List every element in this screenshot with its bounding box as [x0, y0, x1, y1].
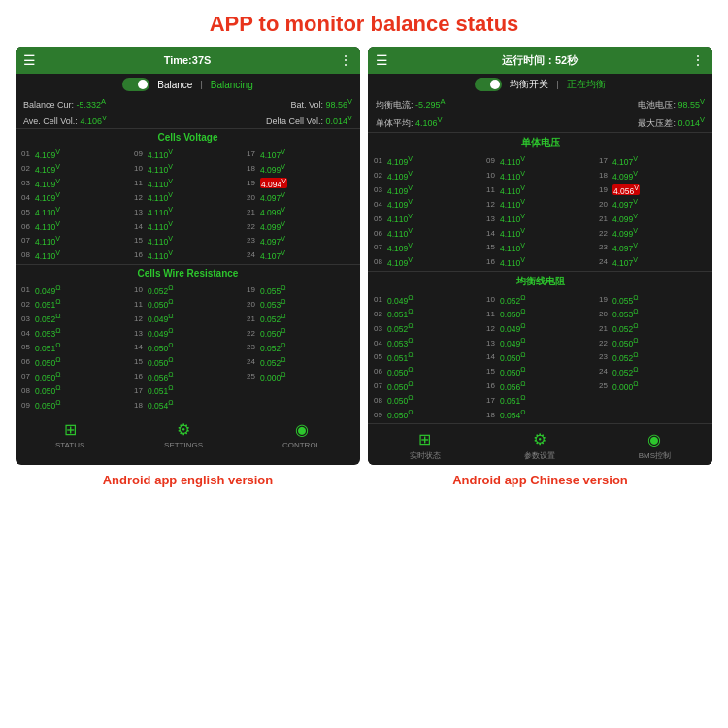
cell-val: 0.053Ω: [35, 327, 61, 339]
cell-num: 19: [599, 185, 611, 194]
cell-num: 03: [21, 314, 33, 323]
hamburger-icon-cn[interactable]: ☰: [376, 52, 388, 68]
cell-num: 05: [21, 208, 33, 216]
cell-val: 0.050Ω: [500, 308, 526, 319]
cell-val: 0.050Ω: [500, 351, 526, 363]
nav-item[interactable]: ⊞实时状态: [410, 430, 441, 461]
cell-item: 104.110V: [132, 162, 244, 176]
cell-item: 214.099V: [245, 205, 356, 218]
chinese-ave-cell-val: 4.106V: [415, 118, 443, 128]
cell-num: 06: [21, 222, 33, 231]
cell-item: 010.049Ω: [372, 293, 483, 307]
cell-item: 030.052Ω: [19, 312, 131, 325]
cell-item: 190.055Ω: [245, 283, 356, 297]
cell-val: 4.109V: [387, 184, 413, 196]
cell-val: 0.055Ω: [260, 284, 286, 296]
cell-val: 4.109V: [387, 256, 413, 268]
dots-icon-en[interactable]: ⋮: [339, 52, 352, 68]
cell-item: 110.050Ω: [132, 297, 244, 311]
cell-val: 0.050Ω: [500, 366, 526, 378]
cell-val: 0.050Ω: [148, 298, 174, 310]
english-cells-voltage-grid: 014.109V094.110V174.107V024.109V104.110V…: [16, 146, 360, 264]
cell-num: 22: [599, 229, 611, 238]
cell-val: 4.107V: [612, 256, 638, 268]
cell-item: 060.050Ω: [372, 365, 483, 379]
cell-item: 034.109V: [372, 183, 483, 197]
cell-val: 0.055Ω: [612, 294, 639, 306]
cell-item: 250.000Ω: [597, 380, 709, 393]
cell-val: 0.053Ω: [612, 308, 639, 319]
cell-num: 20: [599, 200, 611, 209]
cell-num: 19: [247, 179, 258, 187]
cell-val: 0.049Ω: [500, 337, 526, 348]
cell-item: 124.110V: [484, 197, 596, 211]
cell-item: 170.051Ω: [484, 393, 596, 407]
chinese-delta-cell-val: 0.014V: [678, 118, 705, 128]
nav-item[interactable]: ⊞STATUS: [55, 420, 84, 449]
cell-val: 4.110V: [148, 149, 173, 160]
nav-item[interactable]: ⚙SETTINGS: [164, 420, 203, 449]
cell-val: 0.050Ω: [612, 337, 639, 348]
nav-item[interactable]: ◉CONTROL: [282, 420, 320, 449]
chinese-toggle[interactable]: [475, 78, 502, 91]
cell-num: 19: [247, 285, 258, 294]
cell-item: 010.049Ω: [19, 283, 131, 297]
cell-val: 4.110V: [148, 235, 173, 247]
chinese-stats-row1: 均衡电流: -5.295A 电池电压: 98.55V: [368, 95, 712, 114]
chinese-cells-voltage-header: 单体电压: [368, 132, 712, 152]
nav-label: CONTROL: [282, 441, 320, 449]
nav-label: 实时状态: [410, 450, 441, 461]
cell-num: 08: [374, 396, 385, 405]
cell-item: 240.052Ω: [597, 365, 709, 379]
cell-val: 4.109V: [387, 242, 413, 253]
cell-num: 23: [599, 243, 611, 251]
english-stats-row1: Balance Cur: -5.332A Bat. Vol: 98.56V: [16, 95, 360, 112]
dots-icon-cn[interactable]: ⋮: [691, 52, 705, 68]
cell-item: 184.099V: [597, 169, 709, 182]
cell-val: 4.110V: [148, 206, 173, 217]
cell-val: 4.110V: [500, 227, 525, 239]
cell-item: 020.051Ω: [19, 297, 131, 311]
cell-num: 09: [374, 411, 385, 419]
cell-val: 4.056V: [612, 184, 640, 196]
nav-item[interactable]: ⚙参数设置: [524, 430, 555, 461]
cell-val: 0.052Ω: [612, 351, 639, 363]
cell-val: 4.109V: [387, 170, 413, 182]
cell-num: 18: [599, 171, 611, 180]
cell-num: 12: [486, 200, 498, 209]
cell-num: 13: [486, 339, 498, 347]
cell-val: 0.056Ω: [148, 371, 174, 382]
english-toggle[interactable]: [122, 78, 149, 91]
cell-item: [597, 408, 709, 421]
cell-item: 190.055Ω: [597, 293, 709, 307]
hamburger-icon-en[interactable]: ☰: [23, 52, 36, 68]
cell-val: 4.110V: [500, 170, 525, 182]
cell-item: 180.054Ω: [484, 408, 596, 421]
cell-item: 240.052Ω: [245, 355, 356, 369]
cell-val: 4.110V: [387, 227, 413, 239]
cell-item: 160.056Ω: [132, 370, 244, 383]
cell-item: 154.110V: [132, 234, 244, 248]
cell-val: 0.050Ω: [35, 371, 61, 382]
cell-num: 24: [599, 367, 611, 376]
cell-val: 4.099V: [260, 220, 285, 232]
cell-item: 070.050Ω: [19, 370, 131, 383]
nav-icon: ⚙: [177, 420, 190, 439]
cell-num: 18: [247, 164, 258, 173]
english-delta-cell-val: 0.014V: [325, 116, 352, 126]
cell-num: 21: [247, 208, 258, 216]
cell-num: 18: [134, 401, 146, 410]
page-title: APP to monitor balance status: [0, 0, 728, 47]
nav-item[interactable]: ◉BMS控制: [639, 430, 671, 461]
cell-val: 0.054Ω: [500, 409, 526, 420]
cell-num: 06: [374, 367, 385, 376]
cell-item: 074.109V: [372, 241, 483, 254]
cell-num: 04: [21, 329, 33, 338]
cell-num: 19: [599, 295, 611, 304]
cell-num: 21: [599, 215, 611, 223]
cell-item: 210.052Ω: [597, 321, 709, 335]
chinese-bat-vol-val: 98.55V: [678, 100, 705, 110]
cell-val: 4.097V: [612, 242, 638, 253]
cell-val: 4.109V: [35, 178, 60, 189]
page-container: APP to monitor balance status ☰ Time:37S…: [0, 0, 728, 487]
